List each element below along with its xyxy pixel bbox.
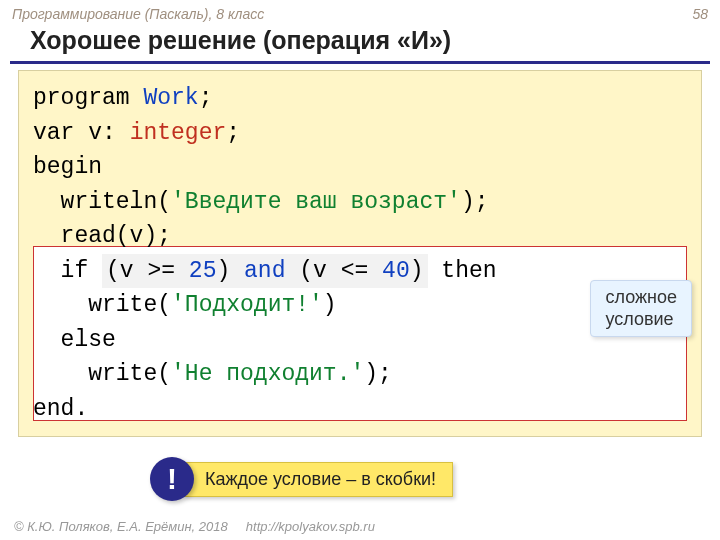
code-line: begin [33,150,687,185]
slide-header: Программирование (Паскаль), 8 класс 58 [0,0,720,24]
code-line: read(v); [33,219,687,254]
copyright: © К.Ю. Поляков, Е.А. Ерёмин, 2018 [14,519,228,534]
code-line: write('Не подходит.'); [33,357,687,392]
slide-title: Хорошее решение (операция «И») [10,24,710,64]
code-line: else [33,323,687,358]
footer-url: http://kpolyakov.spb.ru [246,519,375,534]
code-line: writeln('Введите ваш возраст'); [33,185,687,220]
course-label: Программирование (Паскаль), 8 класс [12,6,264,22]
code-line: var v: integer; [33,116,687,151]
footer: © К.Ю. Поляков, Е.А. Ерёмин, 2018 http:/… [14,519,375,534]
code-line: end. [33,392,687,427]
code-line: if (v >= 25) and (v <= 40) then [33,254,687,289]
tip-container: ! Каждое условие – в скобки! [150,460,453,498]
code-line: program Work; [33,81,687,116]
page-number: 58 [692,6,708,22]
tip-text: Каждое условие – в скобки! [184,462,453,497]
exclamation-icon: ! [150,457,194,501]
code-line: write('Подходит!') [33,288,687,323]
condition-highlight: (v >= 25) and (v <= 40) [102,254,428,289]
code-block: program Work; var v: integer; begin writ… [18,70,702,437]
